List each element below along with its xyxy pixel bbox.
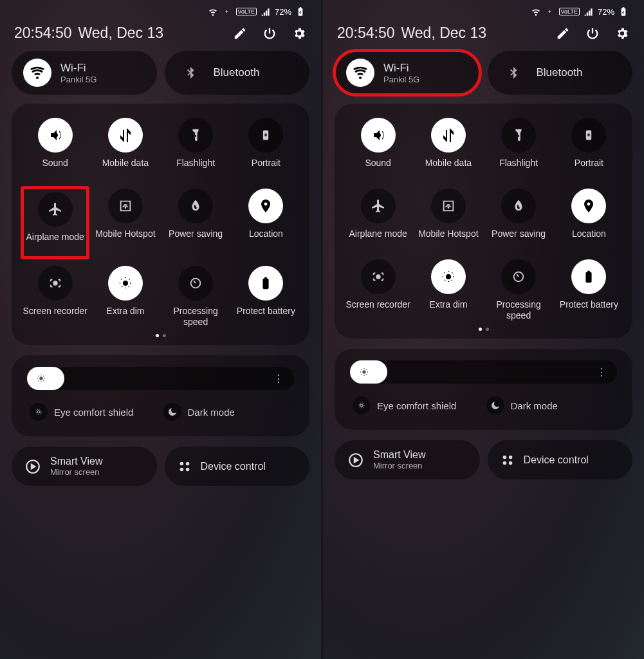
power-saving-tile[interactable]: Power saving xyxy=(163,189,229,257)
hotspot-tile[interactable]: Mobile Hotspot xyxy=(415,189,481,250)
bluetooth-toggle[interactable]: Bluetooth xyxy=(488,51,633,95)
mobile-data-tile[interactable]: Mobile data xyxy=(92,118,158,180)
wifi-subtitle: Pankil 5G xyxy=(383,75,419,84)
smart-view-title: Smart View xyxy=(373,449,426,461)
volte-label: VoLTE xyxy=(236,8,257,15)
sound-tile[interactable]: Sound xyxy=(22,118,88,180)
flashlight-tile[interactable]: Flashlight xyxy=(163,118,229,180)
device-control-button[interactable]: Device control xyxy=(488,440,633,479)
power-saving-icon xyxy=(178,189,213,223)
smart-view-title: Smart View xyxy=(50,456,103,467)
smart-view-button[interactable]: Smart View Mirror screen xyxy=(335,440,480,479)
page-indicator xyxy=(22,334,299,337)
hotspot-label: Mobile Hotspot xyxy=(95,228,155,250)
wifi-toggle[interactable]: Wi-Fi Pankil 5G xyxy=(12,51,157,95)
settings-icon[interactable] xyxy=(291,26,307,41)
edit-icon[interactable] xyxy=(232,26,248,41)
processing-speed-label: Processing speed xyxy=(163,306,229,328)
svg-point-17 xyxy=(376,275,380,279)
mobile-data-label: Mobile data xyxy=(102,158,149,180)
hotspot-tile[interactable]: Mobile Hotspot xyxy=(92,189,158,257)
airplane-mode-tile[interactable]: Airplane mode xyxy=(345,189,411,250)
edit-icon[interactable] xyxy=(555,26,571,41)
extra-dim-label: Extra dim xyxy=(429,299,467,321)
hotspot-icon xyxy=(108,189,143,223)
dark-mode-toggle[interactable]: Dark mode xyxy=(161,399,295,425)
eye-comfort-toggle[interactable]: Eye comfort shield xyxy=(350,393,484,418)
screen-recorder-label: Screen recorder xyxy=(345,299,410,321)
svg-point-3 xyxy=(53,281,57,285)
tiles-card: Sound Mobile data Flashlight Portrait Ai… xyxy=(12,104,309,345)
power-saving-tile[interactable]: Power saving xyxy=(486,189,552,250)
battery-charging-icon xyxy=(295,6,306,17)
brightness-slider[interactable]: ⋮ xyxy=(350,360,617,384)
wifi-icon xyxy=(23,59,51,87)
settings-icon[interactable] xyxy=(614,26,630,41)
power-icon[interactable] xyxy=(262,26,277,41)
location-tile[interactable]: Location xyxy=(556,189,622,250)
processing-speed-tile[interactable]: Processing speed xyxy=(486,259,552,321)
portrait-icon xyxy=(571,118,606,153)
wifi-title: Wi-Fi xyxy=(60,62,97,75)
brightness-card: ⋮ Eye comfort shield Dark mode xyxy=(12,355,309,436)
power-saving-label: Power saving xyxy=(492,228,546,250)
brightness-slider[interactable]: ⋮ xyxy=(27,367,294,390)
bluetooth-toggle[interactable]: Bluetooth xyxy=(165,51,310,95)
wifi-plus-icon: + xyxy=(545,6,555,17)
eye-comfort-icon xyxy=(30,403,48,421)
power-saving-icon xyxy=(501,189,536,223)
eye-comfort-label: Eye comfort shield xyxy=(377,400,456,411)
screen-recorder-label: Screen recorder xyxy=(23,306,87,328)
screen-recorder-tile[interactable]: Screen recorder xyxy=(345,259,411,321)
brightness-more-icon[interactable]: ⋮ xyxy=(273,373,285,385)
location-icon xyxy=(248,189,283,223)
sound-label: Sound xyxy=(42,158,68,180)
mobile-data-tile[interactable]: Mobile data xyxy=(415,118,481,180)
wifi-icon xyxy=(346,59,374,87)
wifi-toggle[interactable]: Wi-Fi Pankil 5G xyxy=(335,51,480,95)
processing-speed-icon xyxy=(501,259,536,294)
location-tile[interactable]: Location xyxy=(233,189,299,257)
device-control-button[interactable]: Device control xyxy=(165,447,310,486)
bluetooth-icon xyxy=(499,59,528,87)
svg-point-21 xyxy=(360,404,363,407)
svg-point-20 xyxy=(362,370,365,373)
status-bar: + VoLTE 72% xyxy=(12,4,309,21)
airplane-mode-tile[interactable]: Airplane mode xyxy=(21,186,89,259)
signal-icon xyxy=(584,6,594,17)
volte-label: VoLTE xyxy=(559,8,580,15)
wifi-title: Wi-Fi xyxy=(383,62,419,75)
brightness-more-icon[interactable]: ⋮ xyxy=(596,366,608,378)
svg-point-26 xyxy=(502,461,506,465)
header-row: 20:54:50 Wed, Dec 13 xyxy=(14,24,307,42)
svg-point-25 xyxy=(508,455,512,459)
flashlight-icon xyxy=(178,118,213,153)
svg-point-11 xyxy=(185,461,189,465)
extra-dim-tile[interactable]: Extra dim xyxy=(415,259,481,321)
screen-recorder-icon xyxy=(38,266,73,301)
portrait-label: Portrait xyxy=(252,158,281,180)
portrait-tile[interactable]: Portrait xyxy=(556,118,622,180)
battery-percent: 72% xyxy=(598,7,614,17)
power-icon[interactable] xyxy=(585,26,600,41)
protect-battery-tile[interactable]: Protect battery xyxy=(233,266,299,328)
page-indicator xyxy=(345,328,622,331)
eye-comfort-icon xyxy=(353,396,371,414)
portrait-tile[interactable]: Portrait xyxy=(233,118,299,180)
brightness-card: ⋮ Eye comfort shield Dark mode xyxy=(335,349,632,430)
svg-point-2 xyxy=(125,207,127,209)
hotspot-label: Mobile Hotspot xyxy=(418,228,478,250)
dark-mode-toggle[interactable]: Dark mode xyxy=(484,393,618,418)
svg-point-24 xyxy=(502,455,506,459)
portrait-label: Portrait xyxy=(575,158,603,180)
extra-dim-tile[interactable]: Extra dim xyxy=(92,266,158,328)
device-control-icon xyxy=(501,453,515,467)
location-label: Location xyxy=(572,228,606,250)
flashlight-tile[interactable]: Flashlight xyxy=(486,118,552,180)
smart-view-button[interactable]: Smart View Mirror screen xyxy=(12,447,157,486)
protect-battery-tile[interactable]: Protect battery xyxy=(556,259,622,321)
screen-recorder-tile[interactable]: Screen recorder xyxy=(22,266,88,328)
processing-speed-tile[interactable]: Processing speed xyxy=(163,266,229,328)
sound-tile[interactable]: Sound xyxy=(345,118,411,180)
eye-comfort-toggle[interactable]: Eye comfort shield xyxy=(27,399,161,425)
